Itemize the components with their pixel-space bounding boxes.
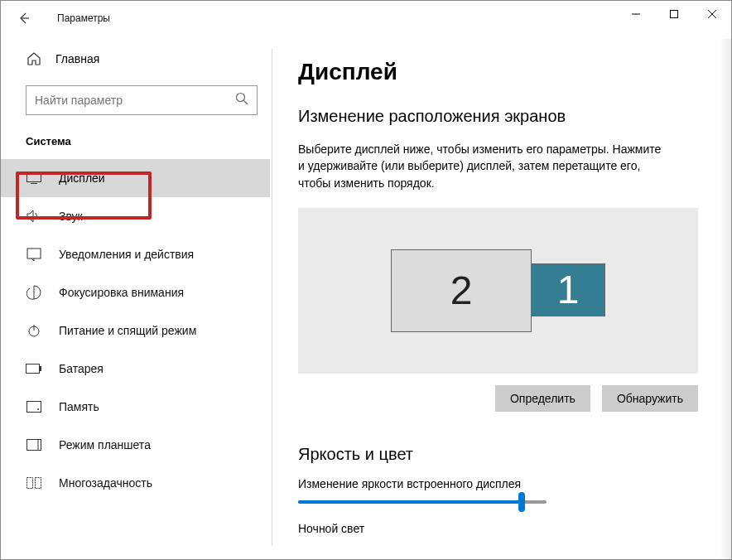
sidebar-item-label: Звук bbox=[59, 210, 83, 223]
search-icon bbox=[235, 92, 248, 109]
brightness-label: Изменение яркости встроенного дисплея bbox=[298, 477, 698, 490]
svg-rect-12 bbox=[26, 364, 40, 374]
sidebar-item-storage[interactable]: Память bbox=[1, 388, 270, 426]
display-1[interactable]: 1 bbox=[531, 263, 605, 316]
home-label: Главная bbox=[55, 52, 99, 65]
window-title: Параметры bbox=[57, 12, 110, 24]
search-input[interactable] bbox=[35, 94, 235, 107]
sidebar-item-label: Питание и спящий режим bbox=[59, 324, 196, 337]
night-light-label: Ночной свет bbox=[298, 522, 698, 535]
sidebar-item-label: Батарея bbox=[59, 362, 104, 375]
battery-icon bbox=[26, 360, 42, 377]
svg-rect-18 bbox=[27, 478, 33, 489]
focus-icon bbox=[26, 284, 42, 301]
sidebar-item-tablet[interactable]: Режим планшета bbox=[1, 426, 270, 464]
sidebar-item-label: Режим планшета bbox=[59, 438, 151, 451]
sidebar-item-notifications[interactable]: Уведомления и действия bbox=[1, 235, 270, 273]
svg-point-5 bbox=[237, 94, 245, 102]
sidebar-section-header: Система bbox=[1, 130, 270, 159]
sidebar-item-power[interactable]: Питание и спящий режим bbox=[1, 311, 270, 350]
home-link[interactable]: Главная bbox=[1, 42, 270, 75]
sidebar-item-display[interactable]: Дисплей bbox=[1, 159, 270, 197]
svg-rect-13 bbox=[40, 366, 41, 371]
svg-rect-16 bbox=[27, 440, 41, 451]
sound-icon bbox=[26, 208, 42, 224]
svg-rect-9 bbox=[27, 249, 41, 258]
power-icon bbox=[26, 322, 42, 339]
svg-line-6 bbox=[244, 101, 248, 105]
brightness-slider[interactable] bbox=[298, 500, 547, 504]
maximize-button[interactable] bbox=[655, 1, 693, 27]
display-icon bbox=[26, 170, 42, 186]
display-arrangement-area[interactable]: 2 1 bbox=[298, 208, 698, 374]
back-button[interactable] bbox=[7, 2, 41, 35]
display-2[interactable]: 2 bbox=[391, 249, 532, 332]
sidebar-item-battery[interactable]: Батарея bbox=[1, 350, 270, 388]
storage-icon bbox=[26, 398, 42, 415]
detect-button[interactable]: Обнаружить bbox=[602, 385, 698, 412]
search-input-container[interactable] bbox=[26, 85, 258, 115]
arrangement-description: Выберите дисплей ниже, чтобы изменить ег… bbox=[298, 141, 662, 191]
minimize-button[interactable] bbox=[617, 1, 655, 27]
sidebar-item-focus[interactable]: Фокусировка внимания bbox=[1, 273, 270, 311]
sidebar-item-label: Многозадачность bbox=[59, 476, 152, 490]
section-heading-arrangement: Изменение расположения экранов bbox=[298, 107, 698, 126]
svg-rect-19 bbox=[36, 478, 41, 489]
sidebar-item-label: Дисплей bbox=[59, 171, 105, 185]
sidebar-item-label: Фокусировка внимания bbox=[59, 286, 184, 299]
close-button[interactable] bbox=[693, 1, 731, 27]
slider-fill bbox=[298, 500, 522, 504]
svg-rect-14 bbox=[27, 402, 41, 413]
sidebar-item-label: Уведомления и действия bbox=[59, 248, 194, 261]
tablet-icon bbox=[26, 437, 42, 453]
multitasking-icon bbox=[26, 475, 42, 491]
section-heading-brightness: Яркость и цвет bbox=[298, 445, 698, 464]
page-title: Дисплей bbox=[298, 59, 698, 85]
identify-button[interactable]: Определить bbox=[495, 385, 590, 412]
sidebar-item-sound[interactable]: Звук bbox=[1, 197, 270, 235]
scrollbar[interactable] bbox=[720, 39, 731, 559]
svg-rect-7 bbox=[27, 173, 41, 182]
slider-thumb[interactable] bbox=[518, 492, 525, 512]
sidebar-item-label: Память bbox=[59, 400, 99, 413]
notifications-icon bbox=[26, 246, 42, 263]
sidebar-item-multitasking[interactable]: Многозадачность bbox=[1, 464, 270, 502]
svg-rect-2 bbox=[671, 11, 678, 18]
svg-point-15 bbox=[37, 408, 39, 410]
home-icon bbox=[26, 51, 42, 67]
